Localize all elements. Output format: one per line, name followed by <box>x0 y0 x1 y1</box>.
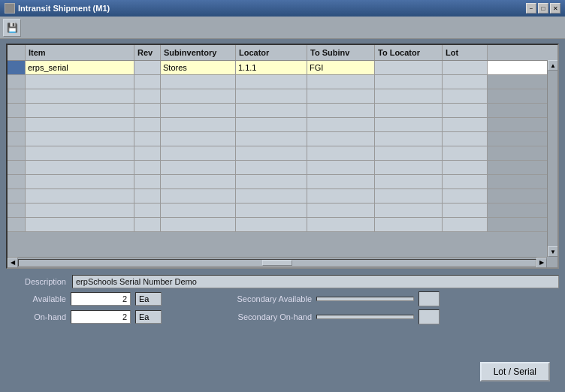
grid-cell-lot[interactable] <box>443 118 488 131</box>
grid-cell-to_locator[interactable] <box>375 161 443 174</box>
grid-cell-to_subinv[interactable]: FGI <box>307 61 375 74</box>
grid-cell-lot[interactable] <box>443 218 488 231</box>
grid-cell-subinventory[interactable] <box>161 175 236 188</box>
grid-cell-subinventory[interactable] <box>161 132 236 146</box>
save-button[interactable]: 💾 <box>3 19 21 37</box>
scroll-down-button[interactable]: ▼ <box>548 246 558 257</box>
grid-cell-to_locator[interactable] <box>375 146 443 160</box>
grid-cell-locator[interactable]: 1.1.1 <box>236 61 307 74</box>
grid-cell-to_subinv[interactable] <box>307 146 375 160</box>
table-row[interactable] <box>8 104 557 118</box>
secondary-available-field[interactable] <box>316 297 414 301</box>
grid-cell-rev[interactable] <box>134 161 161 174</box>
secondary-onhand-field[interactable] <box>316 315 414 319</box>
grid-cell-item[interactable] <box>26 75 134 89</box>
table-row[interactable] <box>8 161 557 175</box>
scroll-right-button[interactable]: ▶ <box>536 258 547 268</box>
grid-cell-to_locator[interactable] <box>375 175 443 188</box>
grid-cell-to_subinv[interactable] <box>307 75 375 89</box>
table-row[interactable] <box>8 175 557 189</box>
grid-cell-to_subinv[interactable] <box>307 104 375 117</box>
grid-cell-lot[interactable] <box>443 189 488 203</box>
grid-cell-rev[interactable] <box>134 118 161 131</box>
scroll-up-button[interactable]: ▲ <box>548 60 558 71</box>
grid-cell-item[interactable] <box>26 189 134 203</box>
grid-cell-subinventory[interactable] <box>161 146 236 160</box>
grid-cell-to_subinv[interactable] <box>307 132 375 146</box>
grid-cell-locator[interactable] <box>236 189 307 203</box>
grid-cell-item[interactable] <box>26 118 134 131</box>
grid-cell-to_locator[interactable] <box>375 204 443 217</box>
table-row[interactable]: erps_serialStores1.1.1FGI <box>8 61 557 75</box>
grid-cell-to_locator[interactable] <box>375 104 443 117</box>
grid-cell-to_subinv[interactable] <box>307 189 375 203</box>
grid-cell-subinventory[interactable] <box>161 118 236 131</box>
table-row[interactable] <box>8 132 557 146</box>
grid-cell-locator[interactable] <box>236 161 307 174</box>
grid-cell-item[interactable] <box>26 218 134 231</box>
grid-cell-locator[interactable] <box>236 146 307 160</box>
grid-cell-lot[interactable] <box>443 161 488 174</box>
grid-cell-subinventory[interactable] <box>161 218 236 231</box>
grid-cell-rev[interactable] <box>134 189 161 203</box>
lot-serial-button[interactable]: Lot / Serial <box>480 362 550 381</box>
grid-cell-lot[interactable] <box>443 75 488 89</box>
grid-cell-item[interactable] <box>26 204 134 217</box>
grid-cell-item[interactable] <box>26 89 134 103</box>
grid-cell-item[interactable]: erps_serial <box>26 61 134 74</box>
table-row[interactable] <box>8 204 557 218</box>
grid-cell-to_locator[interactable] <box>375 132 443 146</box>
grid-cell-locator[interactable] <box>236 218 307 231</box>
grid-cell-lot[interactable] <box>443 175 488 188</box>
available-field[interactable]: 2 <box>71 292 131 306</box>
grid-cell-rev[interactable] <box>134 89 161 103</box>
grid-cell-to_subinv[interactable] <box>307 175 375 188</box>
vertical-scrollbar[interactable]: ▲ ▼ <box>547 60 557 257</box>
grid-cell-rev[interactable] <box>134 132 161 146</box>
grid-cell-to_subinv[interactable] <box>307 204 375 217</box>
grid-cell-locator[interactable] <box>236 89 307 103</box>
grid-cell-to_locator[interactable] <box>375 75 443 89</box>
available-uom[interactable]: Ea <box>135 292 162 306</box>
table-row[interactable] <box>8 146 557 161</box>
maximize-button[interactable]: □ <box>538 3 548 14</box>
grid-cell-lot[interactable] <box>443 146 488 160</box>
table-row[interactable] <box>8 118 557 132</box>
grid-cell-to_subinv[interactable] <box>307 118 375 131</box>
grid-cell-lot[interactable] <box>443 132 488 146</box>
grid-cell-item[interactable] <box>26 104 134 117</box>
grid-cell-locator[interactable] <box>236 132 307 146</box>
close-button[interactable]: ✕ <box>550 3 560 14</box>
scroll-left-button[interactable]: ◀ <box>8 258 18 268</box>
grid-cell-to_subinv[interactable] <box>307 89 375 103</box>
grid-cell-rev[interactable] <box>134 75 161 89</box>
grid-cell-subinventory[interactable] <box>161 189 236 203</box>
table-row[interactable] <box>8 89 557 104</box>
grid-cell-locator[interactable] <box>236 204 307 217</box>
grid-cell-rev[interactable] <box>134 175 161 188</box>
grid-cell-item[interactable] <box>26 161 134 174</box>
grid-cell-locator[interactable] <box>236 104 307 117</box>
minimize-button[interactable]: − <box>526 3 536 14</box>
grid-cell-subinventory[interactable]: Stores <box>161 61 236 74</box>
grid-cell-lot[interactable] <box>443 104 488 117</box>
grid-cell-to_locator[interactable] <box>375 89 443 103</box>
onhand-field[interactable]: 2 <box>71 310 131 324</box>
grid-cell-subinventory[interactable] <box>161 75 236 89</box>
grid-cell-lot[interactable] <box>443 204 488 217</box>
secondary-available-uom[interactable] <box>418 291 440 306</box>
grid-cell-rev[interactable] <box>134 146 161 160</box>
grid-cell-locator[interactable] <box>236 175 307 188</box>
grid-cell-locator[interactable] <box>236 75 307 89</box>
grid-cell-subinventory[interactable] <box>161 89 236 103</box>
grid-cell-to_subinv[interactable] <box>307 161 375 174</box>
grid-cell-to_subinv[interactable] <box>307 218 375 231</box>
grid-cell-subinventory[interactable] <box>161 161 236 174</box>
table-row[interactable] <box>8 218 557 232</box>
grid-cell-to_locator[interactable] <box>375 189 443 203</box>
grid-cell-item[interactable] <box>26 175 134 188</box>
grid-cell-item[interactable] <box>26 146 134 160</box>
h-scroll-thumb[interactable] <box>262 260 292 266</box>
description-field[interactable]: erpSchools Serial Number Demo <box>72 275 559 288</box>
grid-cell-lot[interactable] <box>443 89 488 103</box>
